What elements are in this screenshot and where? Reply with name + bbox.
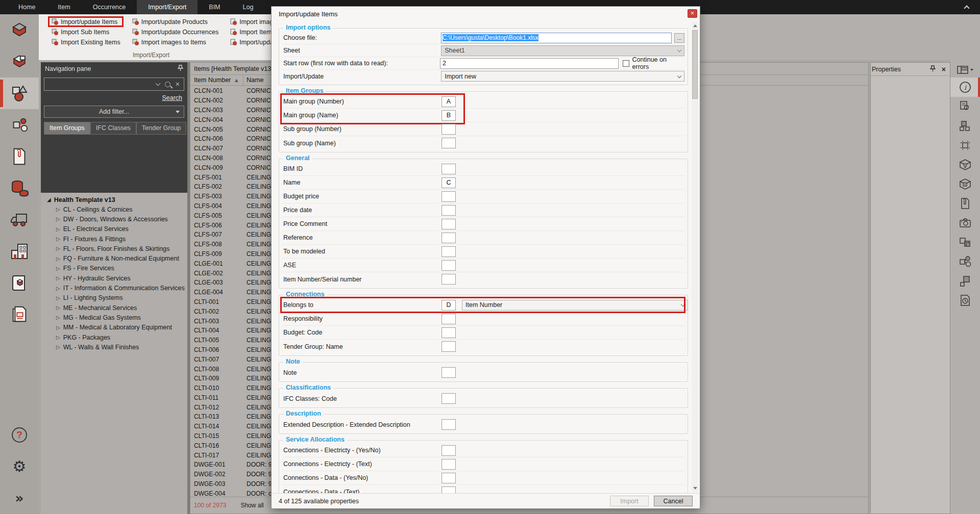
tree-item[interactable]: ▷ IT - Information & Communication Servi…	[47, 283, 187, 293]
ribbon-button[interactable]: Import/update Products	[130, 17, 220, 26]
ribbon-button[interactable]: Import images to Items	[130, 38, 220, 46]
scrollbar-thumb[interactable]	[692, 30, 698, 99]
start-row-input[interactable]: 2	[440, 58, 619, 69]
column-mapping-input[interactable]: C	[442, 177, 456, 188]
tree-item[interactable]: ▷ MG - Medical Gas Systems	[47, 313, 187, 322]
import-button[interactable]: Import	[610, 496, 649, 506]
tree-collapsed-icon[interactable]: ▷	[56, 344, 60, 350]
scroll-down-icon[interactable]	[693, 487, 697, 490]
continue-on-errors-checkbox[interactable]	[623, 60, 629, 67]
toolbar-item-info[interactable]: i	[950, 78, 980, 97]
sidebar-item-logistics[interactable]	[0, 204, 39, 236]
tree-item[interactable]: ▷ MM - Medical & Laboratory Equipment	[47, 323, 187, 332]
pin-icon[interactable]	[930, 65, 936, 73]
column-mapping-input[interactable]: A	[442, 96, 456, 107]
toolbar-item-products[interactable]	[950, 116, 980, 136]
scroll-up-icon[interactable]	[693, 24, 697, 27]
ribbon-button[interactable]: Import Existing Items	[49, 38, 122, 46]
toolbar-item-connections[interactable]	[950, 252, 980, 271]
tree-collapsed-icon[interactable]: ▷	[56, 216, 60, 222]
menu-tab[interactable]: Home	[7, 0, 46, 14]
tree-item[interactable]: ▷ WL - Walls & Wall Finishes	[47, 342, 187, 352]
ribbon-button[interactable]: Import/update Items	[49, 17, 122, 26]
browse-button[interactable]: ...	[674, 33, 684, 43]
sidebar-item-expand[interactable]: »	[0, 482, 39, 514]
tree-collapsed-icon[interactable]: ▷	[56, 315, 60, 320]
column-mapping-input[interactable]	[442, 486, 456, 493]
sidebar-item-items[interactable]	[0, 78, 39, 109]
tree-item[interactable]: ▷ EL - Electrical Services	[47, 224, 187, 234]
toolbar-item-bim-data[interactable]	[950, 233, 980, 252]
belongs-to-dropdown[interactable]: Item Number	[462, 300, 688, 311]
collapse-ribbon-icon[interactable]	[961, 0, 973, 14]
menu-tab[interactable]: Log	[232, 0, 265, 14]
column-mapping-input[interactable]	[442, 124, 456, 135]
column-mapping-input[interactable]	[442, 246, 456, 257]
column-mapping-input[interactable]: B	[442, 110, 456, 121]
tree-collapsed-icon[interactable]: ▷	[56, 266, 60, 271]
dialog-scrollbar[interactable]	[692, 22, 698, 492]
tree-item[interactable]: ▷ HY - Hydraulic Services	[47, 273, 187, 283]
toolbar-item-classification[interactable]	[950, 155, 980, 174]
toolbar-item-log[interactable]	[950, 291, 980, 310]
search-link[interactable]: Search	[162, 94, 182, 101]
chevron-down-icon[interactable]	[155, 81, 160, 86]
toolbar-item-model-viewer[interactable]	[950, 136, 980, 155]
column-header-item-number[interactable]: Item Number ▲	[190, 75, 243, 85]
column-mapping-input[interactable]	[442, 219, 456, 229]
tree-collapsed-icon[interactable]: ▷	[56, 226, 60, 232]
column-mapping-input[interactable]	[442, 191, 456, 202]
tree-collapsed-icon[interactable]: ▷	[56, 295, 60, 301]
sidebar-item-documents[interactable]	[0, 141, 39, 172]
tree-item[interactable]: ▷ FS - Fire Services	[47, 264, 187, 273]
sidebar-item-settings[interactable]: ⚙	[0, 451, 39, 482]
tree-collapsed-icon[interactable]: ▷	[56, 256, 60, 262]
tree-collapsed-icon[interactable]: ▷	[56, 207, 60, 212]
menu-tab[interactable]: Import/Export	[137, 0, 198, 14]
tree-collapsed-icon[interactable]: ▷	[56, 275, 60, 281]
menu-tab[interactable]: Item	[46, 0, 81, 14]
tree-item[interactable]: ▷ FI - Fixtures & Fittings	[47, 234, 187, 244]
tree-item[interactable]: ▷ PKG - Packages	[47, 332, 187, 342]
column-mapping-input[interactable]	[442, 260, 456, 271]
column-mapping-input[interactable]	[442, 419, 456, 430]
menu-tab[interactable]: BIM	[198, 0, 231, 14]
add-filter-dropdown[interactable]: Add filter...	[44, 106, 184, 118]
tree-item[interactable]: ▷ FL - Floors, Floor Finishes & Skirting…	[47, 244, 187, 253]
sidebar-item-rooms[interactable]	[0, 14, 39, 46]
navigation-tab[interactable]: IFC Classes	[90, 122, 136, 135]
tree-collapsed-icon[interactable]: ▷	[56, 246, 60, 251]
search-icon[interactable]	[165, 82, 170, 87]
close-icon[interactable]: ×	[688, 9, 697, 18]
column-mapping-input[interactable]	[442, 314, 456, 324]
sidebar-item-room-data[interactable]	[0, 46, 39, 78]
column-mapping-input[interactable]	[442, 327, 456, 338]
tree-collapsed-icon[interactable]: ▷	[56, 236, 60, 242]
column-mapping-input[interactable]	[442, 393, 456, 404]
sidebar-item-finance[interactable]	[0, 172, 39, 204]
column-mapping-input[interactable]	[442, 274, 456, 285]
layout-selector[interactable]	[957, 62, 973, 78]
toolbar-item-sub-items[interactable]	[950, 271, 980, 291]
column-mapping-input[interactable]	[442, 205, 456, 216]
tree-collapsed-icon[interactable]: ▷	[56, 305, 60, 311]
clear-search-icon[interactable]: ×	[176, 81, 180, 88]
column-mapping-input[interactable]	[442, 445, 456, 456]
toolbar-item-item-data[interactable]	[950, 97, 980, 116]
column-mapping-input[interactable]	[442, 164, 456, 174]
tree-collapsed-icon[interactable]: ▷	[56, 325, 60, 330]
column-mapping-input[interactable]	[442, 233, 456, 243]
tree-item[interactable]: ▷ ME - Mechanical Services	[47, 303, 187, 313]
tree-item[interactable]: ▷ DW - Doors, Windows & Accessories	[47, 214, 187, 224]
tree-collapsed-icon[interactable]: ▷	[56, 335, 60, 340]
show-all-link[interactable]: Show all	[240, 502, 263, 509]
file-path-input[interactable]: C:\Users\gusta\Desktop\Book1.xlsx	[441, 33, 672, 43]
column-mapping-input[interactable]	[442, 341, 456, 352]
search-input[interactable]: ×	[44, 78, 184, 91]
tree-collapsed-icon[interactable]: ▷	[56, 286, 60, 291]
ribbon-button[interactable]: Import Sub Items	[49, 28, 122, 36]
menu-tab[interactable]: Occurrence	[82, 0, 137, 14]
tree-expanded-icon[interactable]: ◢	[47, 197, 51, 202]
column-header-name[interactable]: Name	[243, 75, 263, 85]
tree-root[interactable]: ◢ Health Template v13	[47, 195, 187, 204]
